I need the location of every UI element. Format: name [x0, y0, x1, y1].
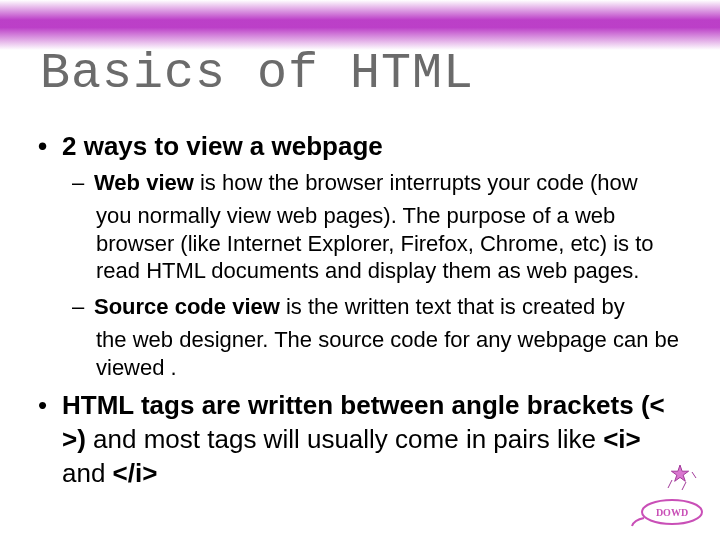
webview-line1: Web view is how the browser interrupts y…	[94, 169, 638, 197]
bullet1-text: 2 ways to view a webpage	[62, 130, 383, 163]
bullet-dash-icon: –	[72, 293, 94, 321]
slide-title: Basics of HTML	[40, 45, 474, 102]
svg-text:DOWD: DOWD	[656, 507, 688, 518]
tags-plain1: and most tags will usually come in pairs…	[86, 424, 603, 454]
webview-tail: is how the browser interrupts your code …	[194, 170, 638, 195]
header-gradient	[0, 0, 720, 50]
svg-point-0	[642, 500, 702, 524]
bullet-dash-icon: –	[72, 169, 94, 197]
sourceview-cont: the web designer. The source code for an…	[96, 326, 680, 381]
content-area: • 2 ways to view a webpage – Web view is…	[38, 130, 680, 490]
bullet-level2-sourceview: – Source code view is the written text t…	[72, 293, 680, 321]
tags-plain2: and	[62, 458, 113, 488]
tags-bold3: </i>	[113, 458, 158, 488]
webview-cont: you normally view web pages). The purpos…	[96, 202, 680, 285]
tags-bold2: <i>	[603, 424, 641, 454]
sourceview-lead: Source code view	[94, 294, 280, 319]
bullet-level2-webview: – Web view is how the browser interrupts…	[72, 169, 680, 197]
sourceview-tail: is the written text that is created by	[280, 294, 625, 319]
svg-line-4	[682, 482, 686, 490]
svg-line-5	[692, 472, 696, 478]
sourceview-line1: Source code view is the written text tha…	[94, 293, 625, 321]
bullet-dot-icon: •	[38, 130, 62, 163]
webview-lead: Web view	[94, 170, 194, 195]
bullet-dot-icon: •	[38, 389, 62, 490]
bullet-level1: • 2 ways to view a webpage	[38, 130, 680, 163]
tags-text: HTML tags are written between angle brac…	[62, 389, 680, 490]
bullet-level1-tags: • HTML tags are written between angle br…	[38, 389, 680, 490]
